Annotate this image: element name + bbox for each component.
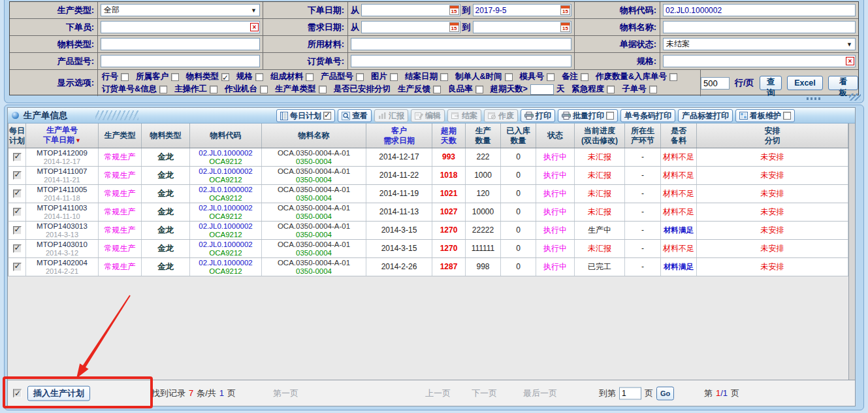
calendar-icon[interactable]: 15 (449, 22, 459, 32)
display-option-checkbox[interactable] (221, 73, 229, 81)
column-header[interactable]: 超期天数 (432, 124, 466, 148)
next-page-link[interactable]: 下一页 (472, 388, 497, 399)
row-checkbox[interactable] (13, 263, 22, 271)
toolbar-button-checkbox[interactable] (606, 112, 614, 120)
query-button[interactable]: 查询 (760, 76, 782, 90)
display-option-checkbox[interactable] (159, 86, 167, 93)
column-header[interactable]: 当前进度(双击修改) (575, 124, 625, 148)
table-cell: 常规生产 (99, 222, 142, 239)
display-option-checkbox[interactable] (433, 86, 441, 93)
insert-plan-checkbox[interactable] (13, 389, 22, 397)
table-cell: 常规生产 (99, 167, 142, 184)
print-button[interactable]: 打印 (521, 109, 555, 122)
prev-page-link[interactable]: 上一页 (425, 388, 451, 399)
order-no-input[interactable] (351, 55, 571, 67)
table-cell: MTOP14110052014-11-18 (26, 185, 99, 203)
insert-production-plan-button[interactable]: 插入生产计划 (27, 386, 90, 401)
doc-status-select[interactable]: 未结案 ▼ (663, 38, 856, 50)
table-cell: 2014-3-15 (366, 240, 432, 257)
daily-plan-button[interactable]: 每日计划 (276, 109, 335, 122)
column-header[interactable]: 生产类型 (99, 124, 142, 148)
column-header[interactable]: 物料代码 (190, 124, 262, 148)
column-header[interactable]: 每日计划 (8, 124, 26, 148)
last-page-link[interactable]: 最后一页 (523, 388, 557, 399)
display-option-checkbox[interactable] (306, 73, 313, 81)
chevron-down-icon: ▼ (251, 7, 257, 14)
display-option-checkbox[interactable] (121, 73, 129, 81)
material-name-input[interactable] (663, 21, 856, 33)
toolbar-button-checkbox[interactable] (783, 112, 791, 120)
column-header[interactable]: 状态 (536, 124, 575, 148)
column-header[interactable]: 物料名称 (262, 124, 366, 148)
overdue-days-input[interactable] (530, 84, 554, 95)
table-cell: 10000 (466, 203, 501, 221)
table-cell: 执行中 (536, 240, 575, 257)
display-option-checkbox[interactable] (390, 73, 398, 81)
column-header[interactable]: 生产数量 (466, 124, 501, 148)
table-cell: 未安排 (697, 240, 848, 257)
display-option-checkbox[interactable] (581, 73, 588, 81)
goto-page-input[interactable] (619, 387, 641, 399)
go-button[interactable]: Go (656, 386, 674, 400)
scrollbar-track[interactable] (848, 124, 855, 380)
order-date-to-input[interactable] (474, 5, 561, 15)
display-option-checkbox[interactable] (475, 86, 483, 93)
column-header[interactable]: 已入库数量 (501, 124, 536, 148)
board-maintain-button[interactable]: 看板维护 (735, 109, 795, 122)
column-header[interactable]: 安排分切 (697, 124, 848, 148)
display-option: 作废数量&入库单号 (596, 71, 677, 83)
display-option-checkbox[interactable] (255, 73, 263, 81)
panel-resize-grip[interactable] (849, 93, 861, 101)
clear-icon[interactable]: × (846, 57, 854, 65)
column-header[interactable]: 客户需求日期 (366, 124, 432, 148)
demand-date-from-input[interactable] (362, 22, 449, 32)
display-option-checkbox[interactable] (669, 73, 677, 81)
calendar-icon[interactable]: 15 (449, 5, 459, 15)
spec-input[interactable] (664, 56, 846, 66)
board-settings-button[interactable]: 看板设置 (828, 76, 858, 90)
row-checkbox[interactable] (13, 208, 22, 216)
row-checkbox[interactable] (13, 244, 22, 253)
display-option-checkbox[interactable] (505, 73, 513, 81)
production-type-select[interactable]: 全部 ▼ (101, 4, 260, 16)
toolbar-button-checkbox[interactable] (323, 112, 331, 120)
display-option-checkbox[interactable] (210, 86, 217, 93)
first-page-link[interactable]: 第一页 (273, 388, 298, 399)
order-date-from-input[interactable] (362, 5, 449, 15)
row-checkbox[interactable] (13, 171, 22, 180)
material-code-input[interactable] (663, 4, 856, 16)
display-option-checkbox[interactable] (356, 73, 364, 81)
product-model-input[interactable] (101, 55, 260, 67)
column-header[interactable]: 物料类型 (142, 124, 190, 148)
demand-date-to-input[interactable] (474, 22, 561, 32)
order-clerk-input[interactable] (101, 22, 250, 32)
clear-icon[interactable]: × (250, 23, 259, 31)
row-checkbox[interactable] (13, 190, 22, 198)
display-option-checkbox[interactable] (260, 86, 268, 93)
display-option-label: 作废数量&入库单号 (596, 71, 667, 83)
batch-print-button[interactable]: 批量打印 (558, 109, 618, 122)
splitter-dots-icon[interactable] (807, 97, 822, 100)
display-option-checkbox[interactable] (319, 86, 327, 93)
used-material-input[interactable] (351, 38, 571, 50)
column-header[interactable]: 生产单号下单日期▼ (26, 124, 99, 148)
column-header[interactable]: 是否备料 (661, 124, 697, 148)
material-type-input[interactable] (101, 38, 260, 50)
product-label-print-button[interactable]: 产品标签打印 (678, 109, 733, 122)
column-header[interactable]: 所在生产环节 (625, 124, 661, 148)
view-button[interactable]: 查看 (338, 109, 372, 122)
excel-button[interactable]: Excel (787, 76, 823, 90)
display-option-checkbox[interactable] (649, 86, 657, 93)
calendar-icon[interactable]: 15 (560, 22, 570, 32)
display-option-checkbox[interactable] (440, 73, 448, 81)
page-size-input[interactable] (701, 77, 730, 90)
barcode-print-button[interactable]: 单号条码打印 (620, 109, 675, 122)
row-checkbox[interactable] (13, 226, 22, 235)
toolbar-button-label: 产品标签打印 (682, 110, 729, 122)
display-option-checkbox[interactable] (547, 73, 555, 81)
display-option-checkbox[interactable] (171, 73, 179, 81)
display-option-checkbox[interactable] (607, 86, 615, 93)
row-checkbox[interactable] (13, 153, 22, 161)
calendar-icon[interactable]: 15 (560, 5, 570, 15)
table-cell: MTOP14030132014-3-13 (26, 222, 99, 239)
